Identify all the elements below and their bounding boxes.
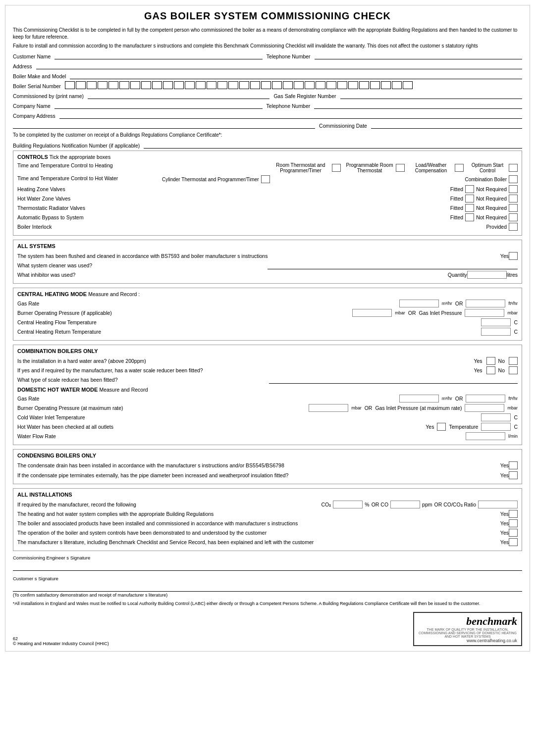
ch-gas-rate-ft-input[interactable] xyxy=(466,300,505,307)
serial-box-5[interactable] xyxy=(108,81,118,89)
room-thermostat-checkbox[interactable] xyxy=(332,164,341,172)
ch-flow-temp-input[interactable] xyxy=(481,318,511,326)
serial-box-10[interactable] xyxy=(163,81,173,89)
address-row: Address xyxy=(13,61,522,69)
gas-safe-input[interactable] xyxy=(340,91,522,99)
system-cleaner-input[interactable] xyxy=(268,261,518,269)
optimum-start-checkbox[interactable] xyxy=(509,164,518,172)
auto-bypass-not-required-checkbox[interactable] xyxy=(509,213,518,221)
heating-zone-fitted-checkbox[interactable] xyxy=(465,185,474,193)
literature-checkbox[interactable] xyxy=(509,538,518,546)
dhw-burner-pressure-input[interactable] xyxy=(309,404,348,412)
dhw-gas-rate-input[interactable] xyxy=(399,395,439,403)
ch-gas-rate-input[interactable] xyxy=(399,300,439,307)
serial-box-32[interactable] xyxy=(403,81,413,89)
serial-box-22[interactable] xyxy=(294,81,304,89)
hard-water-yes-checkbox[interactable] xyxy=(486,357,495,365)
serial-box-4[interactable] xyxy=(98,81,107,89)
scale-reducer-no-checkbox[interactable] xyxy=(509,366,518,374)
telephone-input[interactable] xyxy=(315,51,522,59)
flushed-yes-checkbox[interactable] xyxy=(509,252,518,260)
co2-co-label: If required by the manufacturer, record … xyxy=(17,502,320,507)
serial-box-19[interactable] xyxy=(261,81,271,89)
serial-box-23[interactable] xyxy=(305,81,315,89)
condensate-yes-checkbox[interactable] xyxy=(509,461,518,469)
combination-checkbox[interactable] xyxy=(509,175,518,183)
cold-water-input[interactable] xyxy=(481,413,511,421)
hot-water-temp-input[interactable] xyxy=(481,423,511,431)
serial-box-9[interactable] xyxy=(152,81,162,89)
auto-bypass-fitted-checkbox[interactable] xyxy=(465,213,474,221)
serial-box-11[interactable] xyxy=(174,81,184,89)
serial-box-6[interactable] xyxy=(119,81,129,89)
serial-box-24[interactable] xyxy=(316,81,325,89)
serial-box-28[interactable] xyxy=(359,81,369,89)
operation-checkbox[interactable] xyxy=(509,529,518,537)
company-name-input[interactable] xyxy=(54,101,263,109)
serial-box-20[interactable] xyxy=(272,81,282,89)
thermostatic-fitted-checkbox[interactable] xyxy=(465,204,474,212)
engineer-sig-line[interactable] xyxy=(13,570,522,571)
customer-name-input[interactable] xyxy=(54,51,262,59)
boiler-interlock-checkbox[interactable] xyxy=(509,223,518,231)
boiler-make-input[interactable] xyxy=(70,71,522,79)
pipe-yes-checkbox[interactable] xyxy=(509,471,518,479)
quantity-input[interactable] xyxy=(467,271,507,279)
ratio-input[interactable] xyxy=(478,501,518,508)
serial-box-18[interactable] xyxy=(250,81,260,89)
co2-input[interactable] xyxy=(333,501,363,508)
serial-number-boxes[interactable] xyxy=(65,81,413,89)
serial-box-31[interactable] xyxy=(392,81,402,89)
customer-sig-line[interactable] xyxy=(13,591,522,592)
co-input[interactable] xyxy=(390,501,420,508)
hard-water-no-checkbox[interactable] xyxy=(509,357,518,365)
hot-water-zone-not-required-checkbox[interactable] xyxy=(509,195,518,202)
scale-type-input[interactable] xyxy=(269,376,518,384)
serial-box-3[interactable] xyxy=(87,81,97,89)
water-flow-row: Water Flow Rate l/min xyxy=(17,432,518,440)
engineer-sig-label: Commissioning Engineer s Signature xyxy=(13,555,522,560)
load-weather-checkbox[interactable] xyxy=(455,164,464,172)
address-input[interactable] xyxy=(36,61,522,69)
serial-box-30[interactable] xyxy=(381,81,391,89)
serial-box-2[interactable] xyxy=(76,81,86,89)
cylinder-checkbox[interactable] xyxy=(261,175,270,183)
serial-box-25[interactable] xyxy=(326,81,336,89)
serial-box-15[interactable] xyxy=(217,81,227,89)
dhw-mbar-label: mbar xyxy=(351,405,362,410)
ch-gas-inlet-input[interactable] xyxy=(465,309,504,317)
serial-box-7[interactable] xyxy=(130,81,140,89)
programmable-checkbox[interactable] xyxy=(396,164,405,172)
serial-box-26[interactable] xyxy=(337,81,347,89)
ch-or2-label: OR xyxy=(408,310,416,316)
scale-reducer-yes-checkbox[interactable] xyxy=(486,366,495,374)
serial-box-16[interactable] xyxy=(228,81,238,89)
ch-return-temp-input[interactable] xyxy=(481,328,511,336)
telephone2-input[interactable] xyxy=(314,101,522,109)
hot-water-zone-fitted-checkbox[interactable] xyxy=(465,195,474,202)
serial-box-12[interactable] xyxy=(185,81,195,89)
serial-box-17[interactable] xyxy=(239,81,249,89)
serial-box-27[interactable] xyxy=(348,81,358,89)
company-address-input[interactable] xyxy=(59,111,522,119)
cold-water-label: Cold Water Inlet Temperature xyxy=(17,414,478,420)
heating-complies-checkbox[interactable] xyxy=(509,510,518,518)
commissioning-date-input[interactable] xyxy=(371,121,522,129)
thermostatic-not-required-checkbox[interactable] xyxy=(509,204,518,212)
dhw-gas-rate-ft-input[interactable] xyxy=(466,395,505,403)
serial-box-29[interactable] xyxy=(370,81,380,89)
serial-box-8[interactable] xyxy=(141,81,151,89)
logo-sub: THE MARK OF QUALITY FOR THE INSTALLATION… xyxy=(418,628,517,638)
heating-zone-not-required-checkbox[interactable] xyxy=(509,185,518,193)
hot-water-yes-checkbox[interactable] xyxy=(437,423,446,431)
serial-box-14[interactable] xyxy=(207,81,216,89)
serial-box-1[interactable] xyxy=(65,81,75,89)
ch-burner-pressure-input[interactable] xyxy=(352,309,392,317)
dhw-gas-inlet-input[interactable] xyxy=(465,404,504,412)
boiler-installed-checkbox[interactable] xyxy=(509,519,518,527)
water-flow-input[interactable] xyxy=(466,432,505,440)
commissioned-by-input[interactable] xyxy=(88,91,269,99)
serial-box-21[interactable] xyxy=(283,81,293,89)
serial-box-13[interactable] xyxy=(196,81,206,89)
building-reg-input[interactable] xyxy=(144,141,522,149)
